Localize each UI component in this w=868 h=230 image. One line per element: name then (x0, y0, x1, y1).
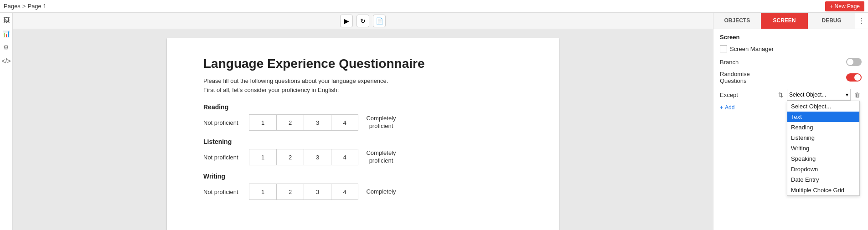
sidebar-icon-settings[interactable]: ⚙ (2, 43, 11, 52)
panel-body: Screen Screen Manager Branch RandomiseQu… (713, 29, 868, 230)
listening-end-label: Completelyproficient (363, 149, 399, 165)
writing-cell-2[interactable]: 2 (276, 184, 304, 200)
reading-cell-4[interactable]: 4 (331, 114, 358, 131)
dropdown-item-select[interactable]: Select Object... (787, 101, 859, 112)
reading-cell-1[interactable]: 1 (249, 114, 276, 131)
add-label: Add (725, 104, 734, 111)
left-sidebar: 🖼 📊 ⚙ </> (0, 13, 13, 230)
reading-cell-2[interactable]: 2 (276, 114, 304, 131)
listening-cell-4[interactable]: 4 (331, 149, 358, 165)
dropdown-item-dropdown[interactable]: Dropdown (787, 164, 859, 174)
writing-cell-3[interactable]: 3 (304, 184, 331, 200)
right-panel: OBJECTS SCREEN DEBUG ⋮ Screen Screen Man… (713, 13, 868, 230)
rating-row-writing: Not proficient 1 2 3 4 Completely (203, 184, 522, 200)
listening-start-label: Not proficient (203, 154, 249, 161)
writing-end-label: Completely (363, 188, 399, 196)
add-icon: + (720, 104, 723, 111)
panel-section-title: Screen (720, 34, 862, 41)
panel-more-button[interactable]: ⋮ (855, 13, 868, 29)
page-canvas: Language Experience Questionnaire Please… (13, 29, 713, 230)
tab-objects[interactable]: OBJECTS (713, 13, 761, 29)
tab-debug[interactable]: DEBUG (808, 13, 855, 29)
toolbar: ▶ ↻ 📄 (13, 13, 713, 29)
new-page-button[interactable]: + New Page (825, 1, 864, 11)
dropdown-item-text[interactable]: Text (787, 112, 859, 122)
except-dropdown[interactable]: Select Object... ▾ (787, 89, 851, 101)
rating-row-reading: Not proficient 1 2 3 4 Completelyprofici… (203, 114, 522, 131)
top-bar: Pages > Page 1 + New Page (0, 0, 868, 13)
dropdown-item-reading[interactable]: Reading (787, 122, 859, 133)
rating-row-listening: Not proficient 1 2 3 4 Completelyprofici… (203, 149, 522, 165)
dropdown-item-date-entry[interactable]: Date Entry (787, 174, 859, 185)
file-button[interactable]: 📄 (373, 15, 386, 27)
breadcrumb-pages[interactable]: Pages (4, 3, 21, 10)
screen-manager-label: Screen Manager (730, 46, 774, 52)
except-delete-icon[interactable]: 🗑 (852, 90, 862, 99)
sidebar-icon-image[interactable]: 🖼 (2, 15, 11, 25)
dropdown-item-multiple-choice-grid[interactable]: Multiple Choice Grid (787, 185, 859, 195)
branch-toggle[interactable] (846, 58, 862, 66)
listening-cell-2[interactable]: 2 (276, 149, 304, 165)
play-icon: ▶ (344, 17, 349, 25)
page-description: Please fill out the following questions … (203, 77, 522, 94)
sidebar-icon-code[interactable]: </> (2, 56, 11, 66)
page-title: Language Experience Questionnaire (203, 56, 522, 71)
except-sort-icon[interactable]: ⇅ (776, 90, 785, 99)
listening-cell-3[interactable]: 3 (304, 149, 331, 165)
reading-start-label: Not proficient (203, 119, 249, 126)
listening-cell-1[interactable]: 1 (249, 149, 276, 165)
section-listening-label: Listening (203, 138, 522, 145)
panel-tabs: OBJECTS SCREEN DEBUG ⋮ (713, 13, 868, 29)
sidebar-icon-chart[interactable]: 📊 (2, 29, 11, 38)
dropdown-item-listening[interactable]: Listening (787, 133, 859, 143)
writing-start-label: Not proficient (203, 189, 249, 195)
breadcrumb-current: Page 1 (27, 3, 46, 10)
except-label: Except (720, 92, 738, 98)
breadcrumb-separator: > (22, 3, 26, 10)
dropdown-item-speaking[interactable]: Speaking (787, 153, 859, 164)
play-button[interactable]: ▶ (340, 15, 353, 27)
randomise-label: RandomiseQuestions (720, 71, 750, 84)
center-area: ▶ ↻ 📄 Language Experience Questionnaire … (13, 13, 713, 230)
writing-cell-4[interactable]: 4 (331, 184, 358, 200)
except-dropdown-value: Select Object... (789, 92, 826, 98)
page-content: Language Experience Questionnaire Please… (167, 38, 559, 230)
tab-screen[interactable]: SCREEN (761, 13, 808, 29)
randomise-row: RandomiseQuestions (720, 71, 862, 84)
randomise-toggle[interactable] (846, 73, 862, 82)
refresh-icon: ↻ (360, 17, 366, 25)
section-reading-label: Reading (203, 103, 522, 111)
description-line1: Please fill out the following questions … (203, 77, 388, 84)
dropdown-item-writing[interactable]: Writing (787, 143, 859, 153)
main-layout: 🖼 📊 ⚙ </> ▶ ↻ 📄 Language Experience Ques… (0, 13, 868, 230)
screen-manager-row: Screen Manager (720, 45, 862, 52)
branch-label: Branch (720, 59, 739, 66)
description-line2: First of all, let's consider your profic… (203, 87, 339, 93)
branch-row: Branch (720, 58, 862, 66)
except-controls: ⇅ Select Object... ▾ Select Object... Te… (776, 89, 862, 101)
except-row: Except ⇅ Select Object... ▾ Select Objec… (720, 89, 862, 101)
screen-manager-icon (720, 45, 727, 52)
breadcrumb: Pages > Page 1 (4, 3, 46, 10)
chevron-down-icon: ▾ (846, 92, 848, 98)
file-icon: 📄 (376, 17, 383, 25)
except-dropdown-container: Select Object... ▾ Select Object... Text… (787, 89, 851, 101)
writing-cell-1[interactable]: 1 (249, 184, 276, 200)
section-writing-label: Writing (203, 173, 522, 180)
except-dropdown-list: Select Object... Text Reading Listening … (787, 101, 860, 196)
refresh-button[interactable]: ↻ (356, 15, 369, 27)
reading-cell-3[interactable]: 3 (304, 114, 331, 131)
reading-end-label: Completelyproficient (363, 115, 399, 130)
